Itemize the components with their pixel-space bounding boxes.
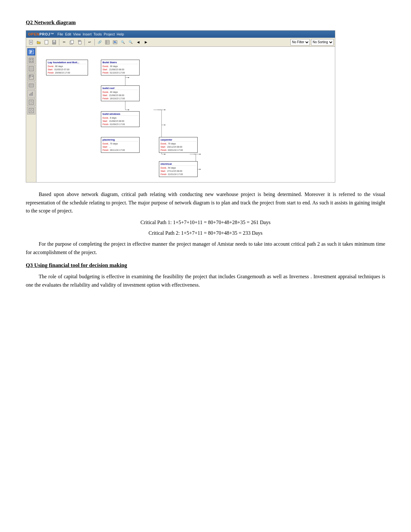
- svg-rect-25: [32, 59, 33, 60]
- task-title: plastering: [103, 138, 138, 142]
- app-body: Lay foundation and Buil... Durat.. 80 da…: [26, 47, 335, 182]
- tb-gantt[interactable]: [112, 39, 119, 46]
- tb-save[interactable]: [51, 39, 58, 46]
- separator2: [84, 39, 85, 45]
- task-title: electrical: [161, 163, 196, 166]
- filter-area: No Filter No Sorting: [290, 39, 334, 45]
- critical-path-1: Critical Path 1: 1+5+7+10+11 = 80+70+48+…: [26, 218, 385, 227]
- titlebar: OPENPROJ™ File Edit View Insert Tools Pr…: [26, 31, 335, 38]
- task-title: build roof: [103, 87, 138, 90]
- task-build-stairs[interactable]: Build Stairs Durat.. 30 days Start 21/08…: [101, 60, 140, 75]
- svg-rect-21: [30, 53, 31, 53]
- svg-rect-35: [29, 84, 34, 87]
- tb-new[interactable]: [27, 39, 34, 46]
- tb-zoom-out[interactable]: 🔍: [127, 39, 134, 46]
- task-build-windows[interactable]: build windows Durat.. 8 days Start 21/08…: [101, 111, 140, 127]
- tb-link[interactable]: 🔗: [96, 39, 103, 46]
- task-title: Lay foundation and Buil...: [48, 61, 86, 64]
- sidebar-network[interactable]: [27, 73, 35, 81]
- tb-right[interactable]: ▶: [142, 39, 150, 46]
- sorting-select[interactable]: No Sorting: [311, 39, 334, 45]
- menu-help[interactable]: Help: [117, 32, 124, 36]
- tb-paste[interactable]: [76, 39, 83, 46]
- heading-q3: Q3 Using financial tool for decision mak…: [26, 262, 385, 269]
- svg-rect-19: [30, 51, 32, 51]
- tb-open[interactable]: [35, 39, 42, 46]
- sidebar-tasklist[interactable]: [27, 65, 35, 73]
- sidebar-resource[interactable]: [27, 56, 35, 64]
- task-plastering[interactable]: plastering Durat.. 70 days Start ... Fin…: [101, 137, 140, 153]
- sidebar-settings[interactable]: [27, 107, 35, 114]
- task-lay-foundation[interactable]: Lay foundation and Buil... Durat.. 80 da…: [46, 60, 88, 75]
- openproj-window: OPENPROJ™ File Edit View Insert Tools Pr…: [26, 30, 335, 182]
- menu-project[interactable]: Project: [104, 32, 115, 36]
- paragraph2: For the purpose of completing the projec…: [26, 240, 385, 256]
- svg-rect-6: [53, 40, 55, 42]
- svg-rect-39: [29, 94, 30, 96]
- task-carpenter[interactable]: carpenter Durat.. 70 days Start 23/11/15…: [159, 137, 198, 153]
- sidebar-report[interactable]: [27, 98, 35, 106]
- menu-edit[interactable]: Edit: [65, 32, 71, 36]
- tb-doc[interactable]: [43, 39, 50, 46]
- menu-tools[interactable]: Tools: [93, 32, 102, 36]
- app-logo: OPENPROJ™: [28, 32, 54, 36]
- svg-rect-20: [30, 52, 33, 52]
- filter-select[interactable]: No Filter: [290, 39, 310, 45]
- network-diagram-area[interactable]: Lay foundation and Buil... Durat.. 80 da…: [36, 47, 335, 182]
- svg-rect-24: [30, 61, 31, 62]
- svg-rect-16: [114, 41, 116, 42]
- svg-rect-8: [71, 40, 73, 44]
- task-build-roof[interactable]: build roof Durat.. 40 days Start 21/08/1…: [101, 85, 140, 101]
- task-title: Build Stairs: [103, 61, 138, 64]
- svg-rect-17: [114, 42, 116, 43]
- menu-view[interactable]: View: [73, 32, 81, 36]
- sidebar-chart[interactable]: [27, 90, 35, 98]
- task-title: build windows: [103, 113, 138, 116]
- sidebar-gantt[interactable]: [27, 48, 35, 56]
- critical-path-2: Critical Path 2: 1+5+7+11 = 80+70+48+35 …: [26, 229, 385, 237]
- separator3: [94, 39, 95, 45]
- tb-zoom-in[interactable]: 🔍: [119, 39, 126, 46]
- svg-rect-46: [29, 108, 34, 113]
- tb-undo[interactable]: ↩: [86, 39, 93, 46]
- svg-rect-26: [32, 61, 33, 62]
- svg-rect-10: [78, 40, 80, 42]
- toolbar: ✂ ↩ 🔗 🔍 🔍 ◀ ▶ No Filter No Sorting: [26, 38, 335, 47]
- tb-copy[interactable]: [68, 39, 75, 46]
- svg-rect-34: [32, 76, 33, 77]
- svg-point-47: [30, 110, 32, 112]
- tb-cut[interactable]: ✂: [61, 39, 68, 46]
- separator1: [59, 39, 59, 45]
- svg-rect-33: [29, 76, 31, 77]
- svg-rect-23: [30, 59, 31, 60]
- network-container: Lay foundation and Buil... Durat.. 80 da…: [40, 50, 314, 179]
- task-electrical[interactable]: electrical Durat.. 54 days Start 27/11/1…: [159, 161, 198, 177]
- sidebar-resource2[interactable]: [27, 82, 35, 89]
- svg-rect-32: [29, 75, 31, 76]
- paragraph1: Based upon above network diagram, critic…: [26, 190, 385, 215]
- heading-q2: Q2 Network diagram: [26, 19, 385, 26]
- svg-rect-4: [45, 40, 48, 44]
- svg-rect-40: [31, 93, 32, 96]
- tb-table[interactable]: [104, 39, 111, 46]
- menu-insert[interactable]: Insert: [83, 32, 92, 36]
- sidebar: [26, 47, 36, 182]
- menu-file[interactable]: File: [57, 32, 63, 36]
- tb-left[interactable]: ◀: [135, 39, 142, 46]
- paragraph3: The role of capital budgeting is effecti…: [26, 272, 385, 289]
- svg-rect-11: [105, 40, 109, 44]
- svg-rect-41: [32, 92, 33, 96]
- task-title: carpenter: [161, 138, 196, 142]
